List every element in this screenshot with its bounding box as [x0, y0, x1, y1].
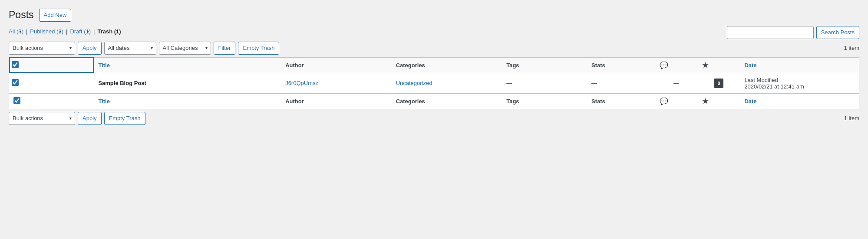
col-header-starred: ★ — [698, 57, 740, 73]
title-sort-link-footer[interactable]: Title — [98, 98, 110, 105]
star-icon-footer: ★ — [702, 98, 708, 105]
row-title-cell: Sample Blog Post — [94, 73, 281, 93]
select-all-header[interactable] — [9, 57, 94, 73]
search-area: Search Posts — [727, 26, 859, 39]
comments-value: — — [673, 80, 679, 86]
row-checkbox-cell[interactable] — [9, 73, 94, 93]
date-value: 2020/02/21 at 12:41 am — [744, 83, 804, 90]
row-categories-cell: Uncategorized — [392, 73, 502, 93]
bulk-actions-wrap-top: Bulk actions Delete Permanently Restore … — [9, 42, 75, 55]
row-tags-cell: — — [502, 73, 587, 93]
select-all-checkbox[interactable] — [12, 61, 19, 68]
filter-button[interactable]: Filter — [214, 42, 236, 55]
empty-trash-button-top[interactable]: Empty Trash — [238, 42, 279, 55]
col-header-categories: Categories — [392, 57, 502, 73]
filter-trash[interactable]: Trash (1) — [97, 28, 121, 35]
col-header-date[interactable]: Date — [740, 57, 859, 73]
col-footer-comments: 💬 — [655, 93, 698, 109]
bulk-actions-select-bottom[interactable]: Bulk actions Delete Permanently Restore — [9, 112, 75, 125]
bottom-tablenav-left: Bulk actions Delete Permanently Restore … — [9, 112, 145, 125]
col-header-comments: 💬 — [655, 57, 698, 73]
col-footer-author: Author — [281, 93, 392, 109]
stats-value: — — [591, 80, 597, 86]
top-tablenav-left: Bulk actions Delete Permanently Restore … — [9, 42, 279, 55]
bulk-actions-select-top[interactable]: Bulk actions Delete Permanently Restore — [9, 42, 75, 55]
row-comments-cell: — — [655, 73, 698, 93]
all-categories-select[interactable]: All Categories — [159, 42, 211, 55]
filter-trash-link[interactable]: Trash (1) — [97, 28, 121, 35]
tags-value: — — [506, 80, 512, 86]
col-header-tags: Tags — [502, 57, 587, 73]
category-link[interactable]: Uncategorized — [396, 80, 432, 86]
col-footer-stats: Stats — [587, 93, 655, 109]
row-date-cell: Last Modified 2020/02/21 at 12:41 am — [740, 73, 859, 93]
empty-trash-button-bottom[interactable]: Empty Trash — [104, 112, 145, 125]
top-tablenav: Bulk actions Delete Permanently Restore … — [9, 42, 859, 55]
post-title: Sample Blog Post — [98, 80, 146, 86]
col-footer-title[interactable]: Title — [94, 93, 281, 109]
all-categories-wrap: All Categories ▾ — [159, 42, 211, 55]
bulk-actions-wrap-bottom: Bulk actions Delete Permanently Restore … — [9, 112, 75, 125]
top-item-count: 1 item — [844, 45, 859, 51]
col-footer-categories: Categories — [392, 93, 502, 109]
col-header-stats: Stats — [587, 57, 655, 73]
col-footer-starred: ★ — [698, 93, 740, 109]
filter-published-link[interactable]: Published (2) — [30, 28, 63, 35]
search-posts-button[interactable]: Search Posts — [816, 26, 859, 39]
posts-table: Title Author Categories Tags Stats 💬 ★ D… — [9, 57, 859, 109]
date-sort-link-footer[interactable]: Date — [744, 98, 756, 105]
all-dates-wrap: All dates ▾ — [104, 42, 156, 55]
col-header-author: Author — [281, 57, 392, 73]
col-footer-date[interactable]: Date — [740, 93, 859, 109]
post-filter-links: All (3) | Published (2) | Draft (1) | Tr… — [9, 28, 121, 35]
title-sort-link[interactable]: Title — [98, 62, 110, 69]
apply-button-bottom[interactable]: Apply — [78, 112, 102, 125]
search-input[interactable] — [727, 26, 814, 39]
bottom-item-count: 1 item — [844, 115, 859, 121]
star-icon: ★ — [702, 62, 708, 69]
filter-published[interactable]: Published (2) — [30, 28, 63, 35]
apply-button-top[interactable]: Apply — [78, 42, 102, 55]
comments-icon: 💬 — [660, 62, 668, 69]
select-all-footer-checkbox[interactable] — [13, 97, 20, 104]
select-all-footer[interactable] — [9, 93, 94, 109]
author-link[interactable]: J6r0QpUmsz — [285, 80, 318, 86]
col-header-title[interactable]: Title — [94, 57, 281, 73]
add-new-button[interactable]: Add New — [39, 9, 72, 22]
row-checkbox[interactable] — [12, 79, 19, 86]
date-sort-link[interactable]: Date — [744, 62, 756, 69]
bottom-tablenav: Bulk actions Delete Permanently Restore … — [9, 112, 859, 125]
date-label: Last Modified — [744, 77, 778, 83]
comments-icon-footer: 💬 — [660, 98, 668, 105]
table-row: Sample Blog Post J6r0QpUmsz Uncategorize… — [9, 73, 859, 93]
row-author-cell: J6r0QpUmsz — [281, 73, 392, 93]
row-stats-cell: — — [587, 73, 655, 93]
col-footer-tags: Tags — [502, 93, 587, 109]
star-badge: 0 — [714, 79, 723, 88]
row-starred-cell: 0 — [698, 73, 740, 93]
page-title: Posts — [9, 9, 34, 21]
all-dates-select[interactable]: All dates — [104, 42, 156, 55]
